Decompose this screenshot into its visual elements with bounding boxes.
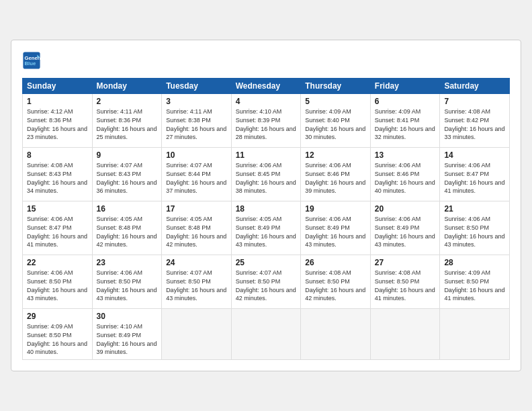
day-info: Sunrise: 4:06 AMSunset: 8:45 PMDaylight:… bbox=[236, 161, 297, 195]
day-info: Sunrise: 4:10 AMSunset: 8:49 PMDaylight:… bbox=[97, 322, 158, 356]
day-number: 7 bbox=[444, 97, 505, 106]
calendar-cell: 6Sunrise: 4:09 AMSunset: 8:41 PMDaylight… bbox=[370, 94, 440, 148]
day-number: 10 bbox=[166, 150, 227, 160]
day-number: 8 bbox=[27, 150, 88, 160]
day-info: Sunrise: 4:10 AMSunset: 8:39 PMDaylight:… bbox=[236, 107, 297, 141]
calendar-cell bbox=[162, 309, 232, 359]
day-number: 26 bbox=[305, 258, 366, 267]
calendar-cell: 26Sunrise: 4:08 AMSunset: 8:50 PMDayligh… bbox=[301, 255, 371, 309]
week-row-1: 1Sunrise: 4:12 AMSunset: 8:36 PMDaylight… bbox=[23, 94, 510, 148]
day-info: Sunrise: 4:06 AMSunset: 8:50 PMDaylight:… bbox=[97, 269, 158, 302]
day-info: Sunrise: 4:09 AMSunset: 8:41 PMDaylight:… bbox=[375, 107, 436, 141]
header-section: General Blue bbox=[22, 51, 510, 70]
day-number: 23 bbox=[97, 258, 158, 267]
day-info: Sunrise: 4:06 AMSunset: 8:47 PMDaylight:… bbox=[444, 161, 505, 195]
calendar-cell bbox=[301, 309, 371, 359]
calendar-container: General Blue SundayMondayTuesdayWednesda… bbox=[11, 40, 521, 371]
day-number: 9 bbox=[97, 150, 158, 160]
day-info: Sunrise: 4:05 AMSunset: 8:49 PMDaylight:… bbox=[236, 215, 297, 248]
week-row-5: 29Sunrise: 4:09 AMSunset: 8:50 PMDayligh… bbox=[23, 309, 510, 359]
calendar-cell: 24Sunrise: 4:07 AMSunset: 8:50 PMDayligh… bbox=[162, 255, 232, 309]
day-number: 2 bbox=[97, 97, 158, 106]
day-number: 21 bbox=[444, 204, 505, 214]
day-info: Sunrise: 4:06 AMSunset: 8:46 PMDaylight:… bbox=[305, 161, 366, 195]
day-number: 1 bbox=[27, 97, 88, 106]
weekday-header-saturday: Saturday bbox=[440, 79, 510, 94]
calendar-cell bbox=[370, 309, 440, 359]
weekday-header-thursday: Thursday bbox=[301, 79, 371, 94]
calendar-cell bbox=[231, 309, 301, 359]
week-row-2: 8Sunrise: 4:08 AMSunset: 8:43 PMDaylight… bbox=[23, 148, 510, 201]
calendar-cell: 10Sunrise: 4:07 AMSunset: 8:44 PMDayligh… bbox=[162, 148, 232, 201]
calendar-cell: 22Sunrise: 4:06 AMSunset: 8:50 PMDayligh… bbox=[23, 255, 93, 309]
day-info: Sunrise: 4:06 AMSunset: 8:49 PMDaylight:… bbox=[305, 215, 366, 248]
day-info: Sunrise: 4:07 AMSunset: 8:50 PMDaylight:… bbox=[236, 269, 297, 302]
calendar-cell: 3Sunrise: 4:11 AMSunset: 8:38 PMDaylight… bbox=[162, 94, 232, 148]
calendar-cell: 19Sunrise: 4:06 AMSunset: 8:49 PMDayligh… bbox=[301, 201, 371, 255]
day-info: Sunrise: 4:12 AMSunset: 8:36 PMDaylight:… bbox=[27, 107, 88, 141]
svg-text:Blue: Blue bbox=[25, 60, 36, 66]
calendar-cell: 8Sunrise: 4:08 AMSunset: 8:43 PMDaylight… bbox=[23, 148, 93, 201]
day-number: 22 bbox=[27, 258, 88, 267]
day-info: Sunrise: 4:05 AMSunset: 8:48 PMDaylight:… bbox=[97, 215, 158, 248]
day-info: Sunrise: 4:08 AMSunset: 8:42 PMDaylight:… bbox=[444, 107, 505, 141]
calendar-cell: 11Sunrise: 4:06 AMSunset: 8:45 PMDayligh… bbox=[231, 148, 301, 201]
day-info: Sunrise: 4:08 AMSunset: 8:50 PMDaylight:… bbox=[305, 269, 366, 302]
week-row-3: 15Sunrise: 4:06 AMSunset: 8:47 PMDayligh… bbox=[23, 201, 510, 255]
calendar-cell: 2Sunrise: 4:11 AMSunset: 8:36 PMDaylight… bbox=[92, 94, 162, 148]
weekday-header-monday: Monday bbox=[92, 79, 162, 94]
weekday-header-wednesday: Wednesday bbox=[231, 79, 301, 94]
logo-icon: General Blue bbox=[22, 51, 41, 70]
day-info: Sunrise: 4:09 AMSunset: 8:50 PMDaylight:… bbox=[27, 322, 88, 356]
day-number: 27 bbox=[375, 258, 436, 267]
weekday-header-row: SundayMondayTuesdayWednesdayThursdayFrid… bbox=[23, 79, 510, 94]
calendar-cell: 14Sunrise: 4:06 AMSunset: 8:47 PMDayligh… bbox=[440, 148, 510, 201]
calendar-cell: 4Sunrise: 4:10 AMSunset: 8:39 PMDaylight… bbox=[231, 94, 301, 148]
day-info: Sunrise: 4:06 AMSunset: 8:50 PMDaylight:… bbox=[27, 269, 88, 302]
day-number: 20 bbox=[375, 204, 436, 214]
day-number: 6 bbox=[375, 97, 436, 106]
day-info: Sunrise: 4:08 AMSunset: 8:43 PMDaylight:… bbox=[27, 161, 88, 195]
day-number: 24 bbox=[166, 258, 227, 267]
calendar-cell bbox=[440, 309, 510, 359]
day-info: Sunrise: 4:08 AMSunset: 8:50 PMDaylight:… bbox=[375, 269, 436, 302]
day-info: Sunrise: 4:11 AMSunset: 8:36 PMDaylight:… bbox=[97, 107, 158, 141]
day-info: Sunrise: 4:07 AMSunset: 8:43 PMDaylight:… bbox=[97, 161, 158, 195]
calendar-cell: 15Sunrise: 4:06 AMSunset: 8:47 PMDayligh… bbox=[23, 201, 93, 255]
calendar-grid: SundayMondayTuesdayWednesdayThursdayFrid… bbox=[22, 78, 510, 359]
day-info: Sunrise: 4:06 AMSunset: 8:50 PMDaylight:… bbox=[444, 215, 505, 248]
weekday-header-sunday: Sunday bbox=[23, 79, 93, 94]
day-number: 5 bbox=[305, 97, 366, 106]
day-number: 30 bbox=[97, 312, 158, 321]
weekday-header-tuesday: Tuesday bbox=[162, 79, 232, 94]
calendar-cell: 13Sunrise: 4:06 AMSunset: 8:46 PMDayligh… bbox=[370, 148, 440, 201]
calendar-cell: 21Sunrise: 4:06 AMSunset: 8:50 PMDayligh… bbox=[440, 201, 510, 255]
day-number: 11 bbox=[236, 150, 297, 160]
day-info: Sunrise: 4:09 AMSunset: 8:50 PMDaylight:… bbox=[444, 269, 505, 302]
day-number: 14 bbox=[444, 150, 505, 160]
day-info: Sunrise: 4:11 AMSunset: 8:38 PMDaylight:… bbox=[166, 107, 227, 141]
calendar-cell: 9Sunrise: 4:07 AMSunset: 8:43 PMDaylight… bbox=[92, 148, 162, 201]
calendar-cell: 20Sunrise: 4:06 AMSunset: 8:49 PMDayligh… bbox=[370, 201, 440, 255]
day-info: Sunrise: 4:09 AMSunset: 8:40 PMDaylight:… bbox=[305, 107, 366, 141]
day-info: Sunrise: 4:07 AMSunset: 8:44 PMDaylight:… bbox=[166, 161, 227, 195]
day-number: 28 bbox=[444, 258, 505, 267]
day-info: Sunrise: 4:05 AMSunset: 8:48 PMDaylight:… bbox=[166, 215, 227, 248]
calendar-cell: 12Sunrise: 4:06 AMSunset: 8:46 PMDayligh… bbox=[301, 148, 371, 201]
day-number: 16 bbox=[97, 204, 158, 214]
day-number: 18 bbox=[236, 204, 297, 214]
day-number: 12 bbox=[305, 150, 366, 160]
calendar-cell: 18Sunrise: 4:05 AMSunset: 8:49 PMDayligh… bbox=[231, 201, 301, 255]
calendar-cell: 7Sunrise: 4:08 AMSunset: 8:42 PMDaylight… bbox=[440, 94, 510, 148]
day-number: 17 bbox=[166, 204, 227, 214]
svg-text:General: General bbox=[25, 55, 42, 61]
calendar-cell: 27Sunrise: 4:08 AMSunset: 8:50 PMDayligh… bbox=[370, 255, 440, 309]
day-info: Sunrise: 4:07 AMSunset: 8:50 PMDaylight:… bbox=[166, 269, 227, 302]
calendar-cell: 23Sunrise: 4:06 AMSunset: 8:50 PMDayligh… bbox=[92, 255, 162, 309]
day-number: 19 bbox=[305, 204, 366, 214]
calendar-cell: 28Sunrise: 4:09 AMSunset: 8:50 PMDayligh… bbox=[440, 255, 510, 309]
day-number: 3 bbox=[166, 97, 227, 106]
weekday-header-friday: Friday bbox=[370, 79, 440, 94]
calendar-cell: 29Sunrise: 4:09 AMSunset: 8:50 PMDayligh… bbox=[23, 309, 93, 359]
calendar-cell: 17Sunrise: 4:05 AMSunset: 8:48 PMDayligh… bbox=[162, 201, 232, 255]
